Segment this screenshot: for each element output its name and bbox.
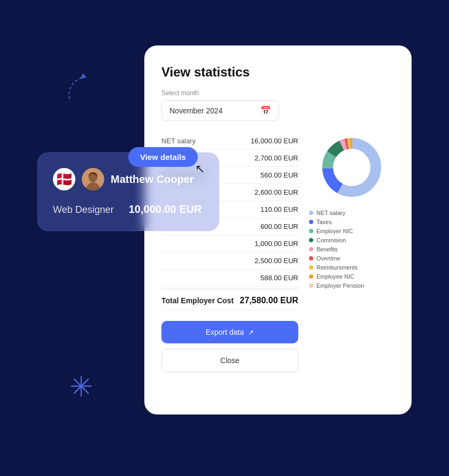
legend-dot-benefits: [309, 247, 313, 251]
chart-legend: NET salary Taxes Employer NIC Commision: [309, 210, 394, 291]
legend-label-employer-nic: Employer NIC: [316, 228, 353, 234]
legend-label-reimbursments: Reimbursments: [316, 264, 358, 271]
deco-arrow-icon: [59, 67, 102, 110]
svg-marker-0: [80, 73, 87, 79]
legend-label-employee-nic: Employee NIC: [316, 273, 354, 280]
close-button[interactable]: Close: [161, 349, 298, 372]
cursor-icon: ↖: [195, 162, 205, 176]
chart-area: NET salary Taxes Employer NIC Commision: [309, 133, 394, 372]
country-flag: 🇩🇰: [53, 168, 75, 190]
legend-label-commision: Commision: [316, 237, 346, 243]
stat-value-9: 588.00 EUR: [260, 274, 298, 282]
employee-role: Web Designer: [53, 204, 114, 216]
legend-label-net-salary: NET salary: [316, 210, 345, 216]
legend-label-benefits: Benefits: [316, 246, 338, 252]
export-label: Export data: [206, 328, 244, 336]
svg-point-15: [336, 151, 368, 183]
legend-item-net-salary: NET salary: [309, 210, 394, 216]
month-selector[interactable]: November 2024 📅: [161, 100, 279, 121]
legend-label-overtime: Overtime: [316, 255, 340, 262]
stat-label-total: Total Employer Cost: [161, 296, 234, 305]
calendar-icon: 📅: [260, 105, 271, 116]
legend-dot-reimbursments: [309, 265, 313, 270]
view-details-button[interactable]: View details: [128, 147, 198, 167]
stat-value-total: 27,580.00 EUR: [240, 296, 298, 305]
legend-dot-net-salary: [309, 211, 313, 215]
stat-value-5: 110.00 EUR: [260, 205, 298, 213]
stat-value-4: 2,600.00 EUR: [254, 188, 298, 196]
legend-dot-employer-nic: [309, 229, 313, 233]
stat-row-total: Total Employer Cost 27,580.00 EUR: [161, 289, 298, 310]
select-month-label: Select month: [161, 89, 394, 97]
stat-row-9: 588.00 EUR: [161, 270, 298, 287]
employee-salary: 10,000.00 EUR: [129, 203, 202, 216]
stat-value-taxes: 2,700.00 EUR: [254, 154, 298, 162]
stat-value-net-salary: 16,000.00 EUR: [251, 137, 298, 145]
stat-row-7: 1,000.00 EUR: [161, 235, 298, 252]
export-button[interactable]: Export data ↗: [161, 321, 298, 343]
export-icon: ↗: [248, 328, 254, 336]
stat-value-7: 1,000.00 EUR: [254, 240, 298, 248]
legend-label-employer-pension: Employer Pension: [316, 282, 364, 289]
legend-item-employer-pension: Employer Pension: [309, 282, 394, 289]
stat-value-6: 600.00 EUR: [260, 222, 298, 231]
legend-label-taxes: Taxes: [316, 219, 332, 225]
panel-title: View statistics: [161, 65, 394, 80]
employee-name: Matthew Cooper: [111, 173, 194, 186]
legend-item-employer-nic: Employer NIC: [309, 228, 394, 234]
action-buttons: Export data ↗ Close: [161, 321, 298, 372]
legend-item-taxes: Taxes: [309, 219, 394, 225]
legend-dot-overtime: [309, 256, 313, 260]
stat-row-8: 2,500.00 EUR: [161, 252, 298, 270]
deco-star-icon: [67, 372, 96, 401]
legend-dot-employee-nic: [309, 274, 313, 279]
stat-value-8: 2,500.00 EUR: [254, 257, 298, 265]
legend-item-commision: Commision: [309, 237, 394, 243]
legend-item-overtime: Overtime: [309, 255, 394, 262]
stat-label-net-salary: NET salary: [161, 137, 196, 145]
avatar: [82, 168, 104, 190]
stat-value-employee-nic: 560.00 EUR: [260, 171, 298, 179]
legend-dot-taxes: [309, 220, 313, 224]
legend-item-benefits: Benefits: [309, 246, 394, 252]
legend-dot-commision: [309, 238, 313, 242]
donut-chart: [317, 133, 386, 202]
legend-item-employee-nic: Employee NIC: [309, 273, 394, 280]
legend-item-reimbursments: Reimbursments: [309, 264, 394, 271]
legend-dot-employer-pension: [309, 283, 313, 288]
selected-month-text: November 2024: [169, 106, 223, 115]
